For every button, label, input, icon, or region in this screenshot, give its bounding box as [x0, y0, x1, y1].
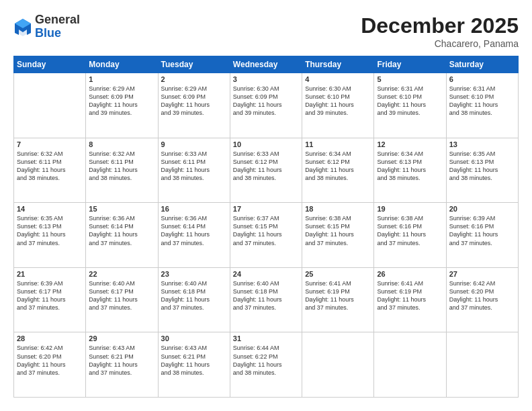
calendar-cell: 31Sunrise: 6:44 AM Sunset: 6:22 PM Dayli… — [230, 332, 302, 398]
day-number: 14 — [17, 205, 83, 213]
day-info: Sunrise: 6:30 AM Sunset: 6:09 PM Dayligh… — [233, 85, 299, 118]
day-info: Sunrise: 6:36 AM Sunset: 6:14 PM Dayligh… — [89, 214, 154, 247]
day-number: 21 — [17, 270, 83, 278]
day-number: 30 — [161, 334, 227, 342]
calendar-cell: 16Sunrise: 6:36 AM Sunset: 6:14 PM Dayli… — [158, 203, 230, 268]
day-number: 16 — [161, 205, 227, 213]
day-number: 20 — [449, 205, 515, 213]
calendar-week-row: 28Sunrise: 6:42 AM Sunset: 6:20 PM Dayli… — [14, 332, 519, 398]
day-info: Sunrise: 6:42 AM Sunset: 6:20 PM Dayligh… — [449, 279, 515, 312]
calendar-cell: 13Sunrise: 6:35 AM Sunset: 6:13 PM Dayli… — [446, 138, 518, 203]
header: General Blue December 2025 Chacarero, Pa… — [13, 13, 519, 49]
day-number: 13 — [449, 140, 515, 148]
calendar-cell: 1Sunrise: 6:29 AM Sunset: 6:09 PM Daylig… — [86, 73, 158, 138]
day-number: 10 — [233, 140, 299, 148]
calendar-cell: 15Sunrise: 6:36 AM Sunset: 6:14 PM Dayli… — [86, 203, 158, 268]
calendar-week-row: 14Sunrise: 6:35 AM Sunset: 6:13 PM Dayli… — [14, 203, 519, 268]
calendar-week-row: 21Sunrise: 6:39 AM Sunset: 6:17 PM Dayli… — [14, 267, 519, 332]
day-number: 31 — [233, 334, 299, 342]
calendar-cell: 23Sunrise: 6:40 AM Sunset: 6:18 PM Dayli… — [158, 267, 230, 332]
day-number: 3 — [233, 75, 299, 83]
calendar-cell: 18Sunrise: 6:38 AM Sunset: 6:15 PM Dayli… — [302, 203, 374, 268]
day-info: Sunrise: 6:34 AM Sunset: 6:12 PM Dayligh… — [305, 150, 371, 183]
day-info: Sunrise: 6:40 AM Sunset: 6:17 PM Dayligh… — [89, 279, 154, 312]
day-number: 24 — [233, 270, 299, 278]
calendar-cell — [14, 73, 86, 138]
calendar-cell — [446, 332, 518, 398]
day-info: Sunrise: 6:31 AM Sunset: 6:10 PM Dayligh… — [449, 85, 515, 118]
logo-icon — [13, 17, 32, 36]
day-info: Sunrise: 6:29 AM Sunset: 6:09 PM Dayligh… — [161, 85, 227, 118]
calendar-cell: 19Sunrise: 6:38 AM Sunset: 6:16 PM Dayli… — [374, 203, 446, 268]
calendar-cell: 24Sunrise: 6:40 AM Sunset: 6:18 PM Dayli… — [230, 267, 302, 332]
day-number: 11 — [305, 140, 371, 148]
day-info: Sunrise: 6:35 AM Sunset: 6:13 PM Dayligh… — [449, 150, 515, 183]
logo-blue: Blue — [35, 27, 80, 40]
logo: General Blue — [13, 13, 80, 40]
day-number: 8 — [89, 140, 154, 148]
calendar-cell: 7Sunrise: 6:32 AM Sunset: 6:11 PM Daylig… — [14, 138, 86, 203]
calendar-cell — [374, 332, 446, 398]
day-info: Sunrise: 6:40 AM Sunset: 6:18 PM Dayligh… — [161, 279, 227, 312]
day-info: Sunrise: 6:36 AM Sunset: 6:14 PM Dayligh… — [161, 214, 227, 247]
day-number: 25 — [305, 270, 371, 278]
day-info: Sunrise: 6:31 AM Sunset: 6:10 PM Dayligh… — [377, 85, 443, 118]
calendar-cell: 2Sunrise: 6:29 AM Sunset: 6:09 PM Daylig… — [158, 73, 230, 138]
day-number: 12 — [377, 140, 443, 148]
calendar-cell: 25Sunrise: 6:41 AM Sunset: 6:19 PM Dayli… — [302, 267, 374, 332]
calendar-week-row: 1Sunrise: 6:29 AM Sunset: 6:09 PM Daylig… — [14, 73, 519, 138]
day-number: 29 — [89, 334, 154, 342]
col-wednesday: Wednesday — [230, 56, 302, 73]
day-number: 23 — [161, 270, 227, 278]
calendar-cell: 4Sunrise: 6:30 AM Sunset: 6:10 PM Daylig… — [302, 73, 374, 138]
calendar-cell: 28Sunrise: 6:42 AM Sunset: 6:20 PM Dayli… — [14, 332, 86, 398]
day-info: Sunrise: 6:40 AM Sunset: 6:18 PM Dayligh… — [233, 279, 299, 312]
day-info: Sunrise: 6:39 AM Sunset: 6:17 PM Dayligh… — [17, 279, 83, 312]
day-info: Sunrise: 6:32 AM Sunset: 6:11 PM Dayligh… — [89, 150, 154, 183]
calendar-cell: 11Sunrise: 6:34 AM Sunset: 6:12 PM Dayli… — [302, 138, 374, 203]
calendar-cell: 8Sunrise: 6:32 AM Sunset: 6:11 PM Daylig… — [86, 138, 158, 203]
logo-general: General — [35, 13, 80, 27]
calendar-cell: 30Sunrise: 6:43 AM Sunset: 6:21 PM Dayli… — [158, 332, 230, 398]
calendar-cell: 21Sunrise: 6:39 AM Sunset: 6:17 PM Dayli… — [14, 267, 86, 332]
day-info: Sunrise: 6:43 AM Sunset: 6:21 PM Dayligh… — [89, 344, 154, 377]
calendar-header-row: Sunday Monday Tuesday Wednesday Thursday… — [14, 56, 519, 73]
calendar-week-row: 7Sunrise: 6:32 AM Sunset: 6:11 PM Daylig… — [14, 138, 519, 203]
day-info: Sunrise: 6:35 AM Sunset: 6:13 PM Dayligh… — [17, 214, 83, 247]
calendar-cell: 22Sunrise: 6:40 AM Sunset: 6:17 PM Dayli… — [86, 267, 158, 332]
day-number: 22 — [89, 270, 154, 278]
calendar-cell: 14Sunrise: 6:35 AM Sunset: 6:13 PM Dayli… — [14, 203, 86, 268]
day-number: 4 — [305, 75, 371, 83]
day-info: Sunrise: 6:33 AM Sunset: 6:11 PM Dayligh… — [161, 150, 227, 183]
day-info: Sunrise: 6:41 AM Sunset: 6:19 PM Dayligh… — [305, 279, 371, 312]
day-number: 5 — [377, 75, 443, 83]
day-number: 2 — [161, 75, 227, 83]
calendar-cell: 6Sunrise: 6:31 AM Sunset: 6:10 PM Daylig… — [446, 73, 518, 138]
day-number: 28 — [17, 334, 83, 342]
day-number: 19 — [377, 205, 443, 213]
col-thursday: Thursday — [302, 56, 374, 73]
col-monday: Monday — [86, 56, 158, 73]
day-info: Sunrise: 6:32 AM Sunset: 6:11 PM Dayligh… — [17, 150, 83, 183]
calendar-cell: 27Sunrise: 6:42 AM Sunset: 6:20 PM Dayli… — [446, 267, 518, 332]
col-tuesday: Tuesday — [158, 56, 230, 73]
calendar-cell: 26Sunrise: 6:41 AM Sunset: 6:19 PM Dayli… — [374, 267, 446, 332]
day-info: Sunrise: 6:34 AM Sunset: 6:13 PM Dayligh… — [377, 150, 443, 183]
calendar-cell: 5Sunrise: 6:31 AM Sunset: 6:10 PM Daylig… — [374, 73, 446, 138]
day-info: Sunrise: 6:38 AM Sunset: 6:15 PM Dayligh… — [305, 214, 371, 247]
col-saturday: Saturday — [446, 56, 518, 73]
calendar-cell: 3Sunrise: 6:30 AM Sunset: 6:09 PM Daylig… — [230, 73, 302, 138]
day-number: 1 — [89, 75, 154, 83]
month-title: December 2025 — [361, 13, 519, 38]
calendar-cell: 17Sunrise: 6:37 AM Sunset: 6:15 PM Dayli… — [230, 203, 302, 268]
day-number: 17 — [233, 205, 299, 213]
col-sunday: Sunday — [14, 56, 86, 73]
calendar-table: Sunday Monday Tuesday Wednesday Thursday… — [13, 56, 519, 398]
day-info: Sunrise: 6:42 AM Sunset: 6:20 PM Dayligh… — [17, 344, 83, 377]
day-info: Sunrise: 6:29 AM Sunset: 6:09 PM Dayligh… — [89, 85, 154, 118]
day-number: 26 — [377, 270, 443, 278]
day-number: 18 — [305, 205, 371, 213]
day-info: Sunrise: 6:37 AM Sunset: 6:15 PM Dayligh… — [233, 214, 299, 247]
day-number: 6 — [449, 75, 515, 83]
day-info: Sunrise: 6:44 AM Sunset: 6:22 PM Dayligh… — [233, 344, 299, 377]
